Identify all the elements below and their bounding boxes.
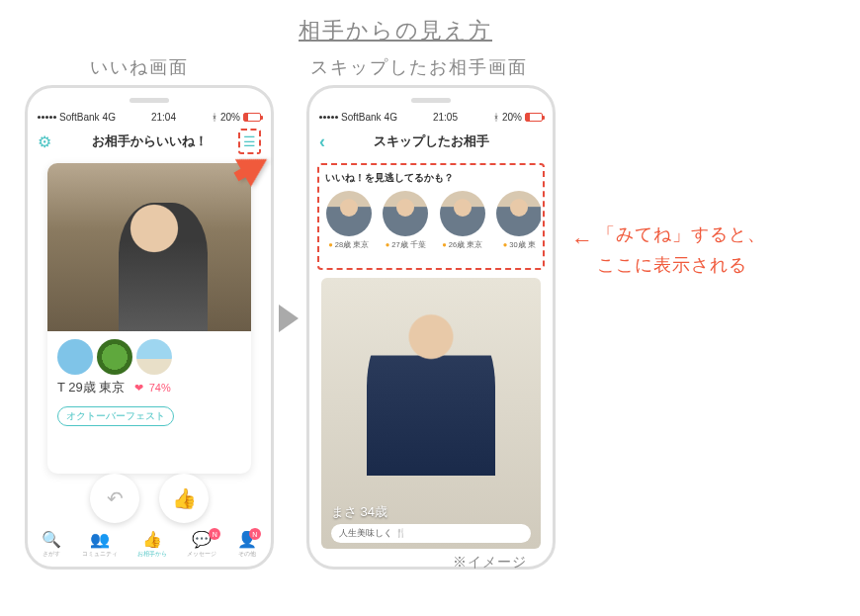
- clock: 21:04: [151, 112, 176, 123]
- battery-pct: 20%: [220, 112, 240, 123]
- badge: N: [249, 528, 261, 540]
- mitene-row[interactable]: ●28歳 東京 ●27歳 千葉 ●26歳 東京 ●30歳 東: [321, 191, 541, 250]
- profile-bio-tag: 人生美味しく 🍴: [331, 524, 531, 543]
- battery-icon: [243, 113, 261, 122]
- network-label: 4G: [103, 112, 116, 123]
- thumbsup-icon: 👍: [142, 530, 162, 549]
- tab-label: メッセージ: [187, 550, 216, 559]
- tab-label: コミュニティ: [82, 550, 118, 559]
- search-icon: 🔍: [42, 530, 61, 549]
- app-header: ‹ スキップしたお相手: [309, 126, 553, 157]
- tab-label: その他: [238, 550, 256, 559]
- carrier-label: SoftBank: [59, 112, 100, 123]
- skip-button[interactable]: ↶: [90, 474, 139, 523]
- heart-icon: ❤: [134, 382, 143, 394]
- mitene-item[interactable]: ●27歳 千葉: [379, 191, 434, 250]
- status-bar: SoftBank 4G 21:04 ᚼ 20%: [28, 110, 271, 124]
- tab-label: お相手から: [137, 550, 167, 559]
- tab-message[interactable]: 💬Nメッセージ: [187, 530, 216, 559]
- profile-card[interactable]: T 29歳 東京 ❤ 74% オクトーバーフェスト: [47, 163, 251, 474]
- signal-dots-icon: [319, 116, 338, 119]
- tab-label: さがす: [43, 550, 60, 559]
- left-column-label: いいね画面: [90, 55, 189, 79]
- like-button[interactable]: 👍: [159, 474, 209, 523]
- avatar: [496, 191, 541, 236]
- phone-speaker: [411, 98, 451, 103]
- profile-photo: [47, 163, 251, 331]
- mitene-item[interactable]: ●26歳 東京: [435, 191, 490, 250]
- tab-from-partner[interactable]: 👍お相手から: [137, 530, 167, 559]
- interest-tag[interactable]: オクトーバーフェスト: [57, 406, 174, 426]
- sub-photo[interactable]: [57, 339, 93, 375]
- skipped-profile-card[interactable]: まさ 34歳 人生美味しく 🍴: [321, 278, 541, 549]
- mitene-item[interactable]: ●28歳 東京: [321, 191, 377, 250]
- avatar: [383, 191, 428, 236]
- mitene-meta: ●30歳 東: [503, 240, 536, 250]
- phone-speaker: [129, 98, 169, 103]
- signal-dots-icon: [38, 116, 56, 119]
- callout-arrow-icon: ←: [571, 227, 593, 253]
- avatar: [326, 191, 372, 236]
- avatar: [440, 191, 485, 236]
- battery-pct: 20%: [502, 112, 522, 123]
- profile-photo: [367, 298, 495, 476]
- bluetooth-icon: ᚼ: [493, 112, 499, 123]
- tab-search[interactable]: 🔍さがす: [42, 530, 61, 559]
- arrow-right-icon: [279, 305, 299, 332]
- right-column-label: スキップしたお相手画面: [310, 55, 528, 79]
- tab-community[interactable]: 👥コミュニティ: [82, 530, 118, 559]
- settings-icon[interactable]: ⚙: [38, 132, 51, 151]
- page-title: 相手からの見え方: [299, 16, 492, 45]
- mitene-meta: ●26歳 東京: [442, 240, 482, 250]
- image-note: ※イメージ: [453, 554, 527, 572]
- bluetooth-icon: ᚼ: [212, 112, 217, 123]
- header-title: スキップしたお相手: [374, 132, 489, 150]
- header-title: お相手からいいね！: [92, 132, 208, 150]
- community-icon: 👥: [90, 530, 110, 549]
- sub-photo[interactable]: [136, 339, 172, 375]
- battery-icon: [525, 113, 543, 122]
- mitene-title: いいね！を見逃してるかも？: [321, 169, 541, 191]
- sub-photos: [47, 331, 251, 379]
- profile-name-age: T 29歳 東京: [57, 380, 125, 395]
- mitene-meta: ●27歳 千葉: [386, 240, 426, 250]
- match-percent: 74%: [149, 382, 171, 394]
- profile-name-age: まさ 34歳: [331, 503, 387, 521]
- tab-other[interactable]: 👤Nその他: [237, 530, 257, 559]
- action-row: ↶ 👍: [28, 472, 271, 525]
- network-label: 4G: [385, 112, 397, 123]
- mitene-highlight-box: いいね！を見逃してるかも？ ●28歳 東京 ●27歳 千葉 ●26歳 東京 ●3…: [317, 163, 545, 270]
- sub-photo[interactable]: [97, 339, 132, 375]
- carrier-label: SoftBank: [341, 112, 382, 123]
- tab-bar: 🔍さがす 👥コミュニティ 👍お相手から 💬Nメッセージ 👤Nその他: [28, 527, 271, 559]
- back-icon[interactable]: ‹: [319, 132, 325, 152]
- status-bar: SoftBank 4G 21:05 ᚼ 20%: [309, 110, 553, 124]
- mitene-item[interactable]: ●30歳 東: [492, 191, 542, 250]
- profile-info: T 29歳 東京 ❤ 74%: [47, 379, 251, 402]
- app-header: ⚙ お相手からいいね！ ☰: [28, 126, 271, 157]
- clock: 21:05: [433, 112, 458, 123]
- badge: N: [209, 528, 220, 540]
- callout-text: 「みてね」すると、ここに表示される: [597, 220, 766, 280]
- phone-right: SoftBank 4G 21:05 ᚼ 20% ‹ スキップしたお相手 いいね！…: [306, 85, 556, 570]
- mitene-meta: ●28歳 東京: [328, 240, 369, 250]
